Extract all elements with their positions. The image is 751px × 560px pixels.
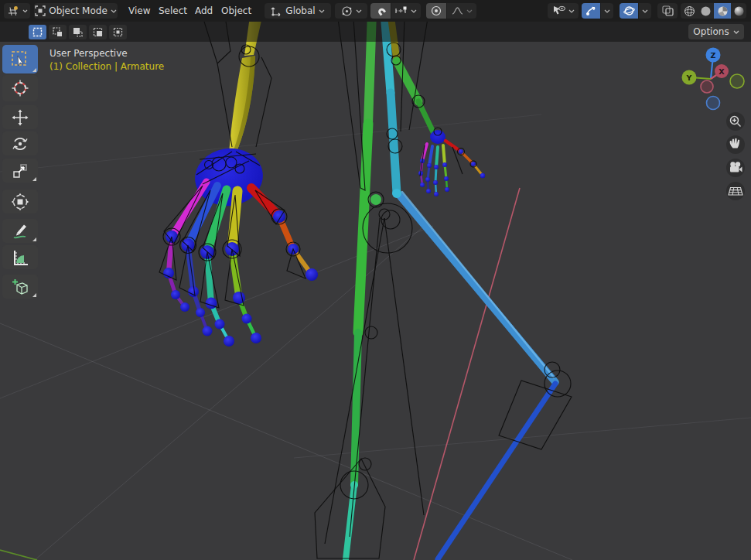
tool-transform[interactable] bbox=[2, 190, 38, 213]
chevron-down-icon bbox=[568, 9, 575, 13]
blender-window: Options Object Mode View Select Add Obje… bbox=[0, 0, 751, 560]
mode-dropdown[interactable]: Object Mode bbox=[34, 3, 118, 19]
orientation-gizmo[interactable]: X Y Z bbox=[682, 48, 745, 110]
svg-text:X: X bbox=[719, 67, 725, 76]
gizmo-axis-x[interactable]: X bbox=[715, 64, 729, 78]
subtool-indicator bbox=[32, 293, 36, 297]
select-set-icon bbox=[32, 27, 43, 37]
transform-orientation-dropdown[interactable]: Global bbox=[265, 3, 331, 19]
xray-icon bbox=[662, 5, 674, 16]
chevron-down-icon bbox=[411, 9, 417, 13]
gizmo-axis-y[interactable]: Y bbox=[682, 70, 697, 85]
select-mode-subtract-button[interactable] bbox=[69, 25, 87, 39]
gizmo-settings-dropdown[interactable] bbox=[601, 3, 613, 19]
3d-cursor-icon bbox=[11, 79, 29, 97]
show-gizmo-toggle[interactable] bbox=[582, 3, 600, 19]
overlays-sphere-icon bbox=[623, 5, 635, 16]
snap-toggle[interactable] bbox=[370, 3, 391, 19]
pan-button[interactable] bbox=[726, 135, 745, 154]
tool-rotate[interactable] bbox=[2, 131, 38, 155]
menu-object[interactable]: Object bbox=[217, 0, 256, 22]
material-preview-sphere-icon bbox=[717, 5, 729, 17]
chevron-down-icon bbox=[111, 9, 117, 13]
solid-sphere-icon bbox=[700, 5, 712, 17]
toggle-ortho-button[interactable] bbox=[726, 182, 745, 200]
chevron-down-icon bbox=[466, 9, 473, 13]
x-axis-line bbox=[414, 188, 520, 560]
select-mode-extend-button[interactable] bbox=[49, 25, 67, 39]
select-mode-set-button[interactable] bbox=[29, 25, 46, 39]
select-subtract-icon bbox=[73, 27, 83, 37]
subtool-indicator bbox=[32, 237, 36, 241]
pivot-point-dropdown[interactable] bbox=[335, 3, 367, 19]
tool-add-cube[interactable] bbox=[2, 275, 38, 299]
wireframe-sphere-icon bbox=[684, 5, 695, 17]
tool-measure[interactable] bbox=[2, 245, 38, 269]
object-mode-icon bbox=[35, 5, 46, 16]
armature-right-figure[interactable] bbox=[346, 12, 555, 559]
object-visibility-dropdown[interactable] bbox=[548, 3, 579, 19]
shading-rendered-button[interactable] bbox=[731, 3, 746, 19]
overlays-settings-dropdown[interactable] bbox=[639, 3, 651, 19]
chevron-down-icon bbox=[642, 9, 648, 13]
select-invert-icon bbox=[93, 27, 103, 37]
select-mode-invert-button[interactable] bbox=[89, 25, 107, 39]
tool-annotate[interactable] bbox=[2, 219, 38, 243]
tool-cursor[interactable] bbox=[2, 75, 38, 101]
shading-solid-button[interactable] bbox=[698, 3, 714, 19]
viewport-context-label: (1) Collection | Armature bbox=[49, 61, 164, 72]
gizmo-axis-neg-z[interactable] bbox=[707, 97, 720, 110]
chevron-down-icon bbox=[22, 9, 28, 13]
subtool-indicator bbox=[32, 177, 36, 181]
snap-settings-dropdown[interactable] bbox=[391, 3, 421, 19]
mode-label: Object Mode bbox=[49, 5, 108, 16]
editor-type-selector[interactable] bbox=[4, 3, 30, 19]
zoom-button[interactable] bbox=[726, 112, 745, 131]
armature-right-hand[interactable] bbox=[418, 130, 485, 196]
svg-text:Y: Y bbox=[686, 73, 692, 82]
add-cube-icon bbox=[11, 278, 29, 296]
snap-magnet-icon bbox=[375, 5, 386, 16]
menu-add[interactable]: Add bbox=[190, 0, 217, 22]
viewport-navigation: X Y Z bbox=[665, 43, 751, 209]
options-dropdown[interactable]: Options bbox=[688, 24, 744, 39]
tool-settings-bar: Options bbox=[0, 22, 751, 42]
menu-view[interactable]: View bbox=[124, 0, 155, 22]
camera-view-button[interactable] bbox=[726, 159, 745, 177]
menu-select[interactable]: Select bbox=[154, 0, 192, 22]
viewport-header: Object Mode View Select Add Object Globa… bbox=[0, 0, 751, 22]
snap-increment-icon bbox=[395, 6, 408, 15]
proportional-editing-toggle[interactable] bbox=[426, 3, 446, 19]
tool-select-box[interactable] bbox=[2, 45, 38, 73]
gizmo-axis-neg-y[interactable] bbox=[730, 74, 744, 88]
orientation-axes-icon bbox=[271, 5, 282, 16]
pivot-point-icon bbox=[341, 5, 353, 17]
scale-icon bbox=[11, 162, 29, 180]
move-icon bbox=[11, 108, 29, 127]
chevron-down-icon bbox=[319, 9, 325, 13]
falloff-curve-icon bbox=[452, 6, 463, 15]
select-box-icon bbox=[11, 50, 29, 69]
transform-icon bbox=[11, 193, 29, 211]
shading-material-button[interactable] bbox=[714, 3, 731, 19]
subtool-indicator bbox=[32, 68, 36, 72]
svg-text:Z: Z bbox=[711, 51, 716, 60]
proportional-falloff-dropdown[interactable] bbox=[447, 3, 476, 19]
proportional-edit-icon bbox=[431, 5, 442, 16]
tool-scale[interactable] bbox=[2, 159, 38, 183]
shading-wireframe-button[interactable] bbox=[681, 3, 698, 19]
select-extend-icon bbox=[53, 27, 63, 37]
viewport-3d-scene[interactable] bbox=[0, 0, 751, 560]
orientation-label: Global bbox=[285, 5, 315, 16]
visibility-pointer-eye-icon bbox=[552, 5, 565, 16]
show-overlays-toggle[interactable] bbox=[620, 3, 638, 19]
options-label: Options bbox=[693, 26, 729, 37]
xray-toggle[interactable] bbox=[657, 3, 678, 19]
select-mode-intersect-button[interactable] bbox=[109, 25, 127, 39]
tool-move[interactable] bbox=[2, 105, 38, 129]
gizmo-axis-z[interactable]: Z bbox=[706, 48, 721, 63]
viewport-perspective-label: User Perspective bbox=[49, 48, 128, 59]
y-axis-line bbox=[0, 550, 37, 560]
gizmo-axis-neg-x[interactable] bbox=[701, 80, 713, 93]
annotate-pencil-icon bbox=[11, 222, 29, 241]
